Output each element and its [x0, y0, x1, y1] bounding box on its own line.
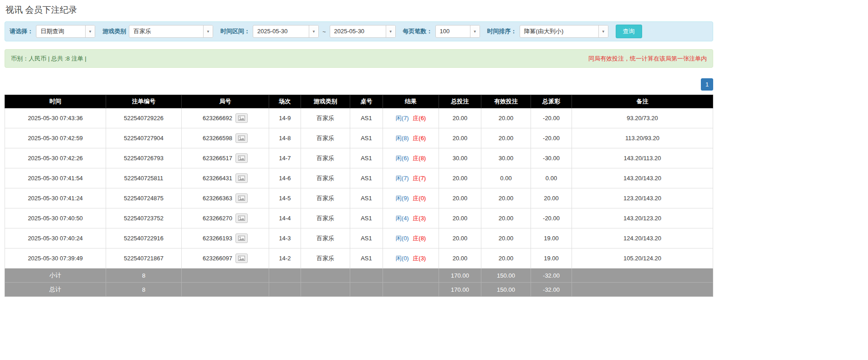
round-snapshot-button[interactable] [235, 133, 248, 143]
sort-order-label: 时间排序： [487, 27, 517, 35]
cell-total-bet[interactable]: 20.00 [439, 248, 481, 269]
table-body: 2025-05-30 07:43:36 522540729226 6232666… [5, 108, 713, 269]
cell-remark: 105.20/124.20 [572, 248, 713, 269]
result-player: 闲(0) [396, 255, 409, 262]
cell-total-bet[interactable]: 20.00 [439, 168, 481, 188]
header-result: 结果 [383, 95, 439, 108]
cell-total-bet[interactable]: 20.00 [439, 228, 481, 248]
cell-remark: 143.20/143.20 [572, 168, 713, 188]
sort-order-value: 降冪(由大到小) [520, 25, 598, 37]
result-banker: 庄(7) [413, 175, 426, 182]
cell-round: 623266363 [182, 188, 269, 208]
cell-table-no: AS1 [350, 248, 383, 269]
round-id: 623266431 [203, 175, 232, 182]
round-snapshot-button[interactable] [235, 254, 248, 263]
subtotal-valid-bet: 150.00 [481, 269, 531, 283]
table-row: 2025-05-30 07:43:36 522540729226 6232666… [5, 108, 713, 128]
date-from-select[interactable]: 2025-05-30 ▼ [253, 25, 319, 38]
table-row: 2025-05-30 07:40:24 522540722916 6232661… [5, 228, 713, 248]
cell-valid-bet: 20.00 [481, 188, 531, 208]
cell-table-no: AS1 [350, 108, 383, 128]
cell-result: 闲(8) 庄(6) [383, 128, 439, 148]
table-row: 2025-05-30 07:40:50 522540723752 6232662… [5, 208, 713, 228]
cell-session: 14-3 [269, 228, 301, 248]
round-snapshot-button[interactable] [235, 213, 248, 223]
round-id: 623266517 [203, 155, 232, 162]
header-table-no: 桌号 [350, 95, 383, 108]
cell-round: 623266517 [182, 148, 269, 168]
result-banker: 庄(8) [413, 155, 426, 162]
picture-icon [238, 196, 245, 201]
cell-session: 14-6 [269, 168, 301, 188]
cell-session: 14-2 [269, 248, 301, 269]
game-type-value: 百家乐 [129, 25, 203, 37]
chevron-down-icon: ▼ [470, 25, 480, 37]
page-1-button[interactable]: 1 [701, 78, 713, 91]
cell-total-bet[interactable]: 20.00 [439, 188, 481, 208]
cell-payout: 0.00 [531, 168, 572, 188]
date-from-value: 2025-05-30 [253, 25, 309, 37]
total-valid-bet: 150.00 [481, 283, 531, 297]
cell-bet-id: 522540725811 [106, 168, 182, 188]
round-snapshot-button[interactable] [235, 193, 248, 203]
cell-result: 闲(0) 庄(8) [383, 228, 439, 248]
chevron-down-icon: ▼ [203, 25, 213, 37]
table-footer: 小计 8 170.00 150.00 -32.00 总计 8 170.00 15… [5, 269, 713, 297]
cell-round: 623266692 [182, 108, 269, 128]
cell-time: 2025-05-30 07:43:36 [5, 108, 106, 128]
round-snapshot-button[interactable] [235, 153, 248, 163]
cell-bet-id: 522540721867 [106, 248, 182, 269]
round-snapshot-button[interactable] [235, 113, 248, 123]
result-banker: 庄(3) [413, 215, 426, 222]
cell-payout: 20.00 [531, 188, 572, 208]
cell-session: 14-4 [269, 208, 301, 228]
page-size-select[interactable]: 100 ▼ [435, 25, 480, 38]
picture-icon [238, 216, 245, 221]
result-banker: 庄(6) [413, 115, 426, 122]
cell-time: 2025-05-30 07:42:26 [5, 148, 106, 168]
game-type-select[interactable]: 百家乐 ▼ [129, 25, 213, 38]
cell-result: 闲(6) 庄(8) [383, 148, 439, 168]
cell-valid-bet: 20.00 [481, 228, 531, 248]
cell-valid-bet: 0.00 [481, 168, 531, 188]
header-bet-id: 注单编号 [106, 95, 182, 108]
date-to-select[interactable]: 2025-05-30 ▼ [330, 25, 396, 38]
round-id: 623266097 [203, 255, 232, 262]
round-snapshot-button[interactable] [235, 233, 248, 243]
round-id: 623266692 [203, 115, 232, 122]
round-snapshot-button[interactable] [235, 173, 248, 183]
cell-remark: 93.20/73.20 [572, 108, 713, 128]
picture-icon [238, 176, 245, 181]
cell-total-bet[interactable]: 30.00 [439, 148, 481, 168]
cell-game-type: 百家乐 [301, 168, 350, 188]
header-game-type: 游戏类别 [301, 95, 350, 108]
result-player: 闲(6) [396, 155, 409, 162]
chevron-down-icon: ▼ [309, 25, 318, 37]
query-type-label: 请选择： [10, 27, 33, 35]
cell-result: 闲(0) 庄(3) [383, 248, 439, 269]
search-button[interactable]: 查询 [616, 25, 642, 38]
sort-order-select[interactable]: 降冪(由大到小) ▼ [520, 25, 608, 38]
game-type-label: 游戏类别 [102, 27, 126, 35]
cell-time: 2025-05-30 07:39:49 [5, 248, 106, 269]
cell-bet-id: 522540723752 [106, 208, 182, 228]
header-round: 局号 [182, 95, 269, 108]
cell-table-no: AS1 [350, 148, 383, 168]
result-player: 闲(8) [396, 135, 409, 142]
cell-valid-bet: 20.00 [481, 108, 531, 128]
cell-result: 闲(4) 庄(3) [383, 208, 439, 228]
cell-total-bet[interactable]: 20.00 [439, 208, 481, 228]
query-type-value: 日期查询 [36, 25, 85, 37]
cell-bet-id: 522540726793 [106, 148, 182, 168]
cell-total-bet[interactable]: 20.00 [439, 128, 481, 148]
table-row: 2025-05-30 07:41:54 522540725811 6232664… [5, 168, 713, 188]
cell-remark: 143.20/123.20 [572, 208, 713, 228]
cell-table-no: AS1 [350, 188, 383, 208]
cell-total-bet[interactable]: 20.00 [439, 108, 481, 128]
query-type-select[interactable]: 日期查询 ▼ [36, 25, 95, 38]
result-player: 闲(4) [396, 215, 409, 222]
cell-bet-id: 522540724875 [106, 188, 182, 208]
cell-game-type: 百家乐 [301, 108, 350, 128]
cell-table-no: AS1 [350, 228, 383, 248]
header-payout: 总派彩 [531, 95, 572, 108]
